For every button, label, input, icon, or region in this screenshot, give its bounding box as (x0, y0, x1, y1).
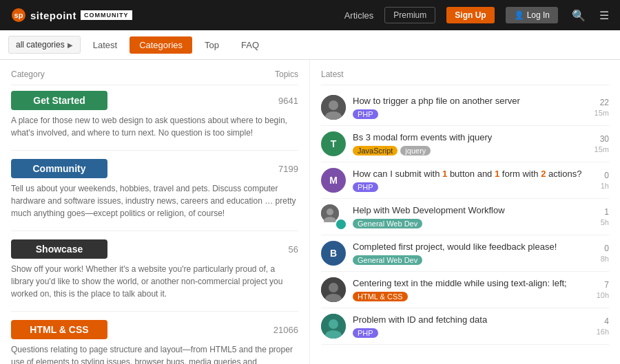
avatar: B (321, 241, 346, 266)
latest-item-tags: General Web Dev (353, 255, 594, 265)
reply-count: 4 (604, 317, 609, 326)
latest-item-content: Completed first project, would like feed… (353, 242, 594, 265)
reply-count: 22 (600, 98, 609, 107)
tab-faq[interactable]: FAQ (231, 36, 269, 54)
tag-webdev[interactable]: General Web Dev (353, 255, 422, 265)
logo: sp sitepoint COMMUNITY (11, 8, 132, 23)
list-item: Centering text in the middle while using… (321, 272, 609, 308)
list-item: T Bs 3 modal form events with jquery Jav… (321, 126, 609, 162)
signup-button[interactable]: Sign Up (446, 7, 494, 23)
tab-categories[interactable]: Categories (130, 36, 192, 54)
time-ago: 5h (601, 218, 609, 226)
logo-text: sitepoint (30, 10, 76, 21)
cat-desc-showcase: Show off your work! Whether it's a websi… (11, 263, 298, 300)
header-nav: Articles Premium Sign Up 👤 Log In 🔍 ☰ (344, 7, 609, 23)
tab-latest[interactable]: Latest (83, 36, 127, 54)
chevron-right-icon: ▶ (68, 41, 73, 49)
svg-point-8 (336, 220, 346, 229)
time-ago: 16h (597, 328, 609, 336)
time-ago: 10h (597, 291, 609, 299)
time-ago: 8h (601, 255, 609, 263)
reply-count: 30 (600, 134, 609, 144)
tag-htmlcss[interactable]: HTML & CSS (353, 292, 408, 301)
separator (11, 150, 298, 151)
list-item: Help with Web Development Workflow Gener… (321, 199, 609, 235)
latest-item-content: Bs 3 modal form events with jquery JavaS… (353, 132, 588, 156)
latest-item-title[interactable]: How can I submit with 1 button and 1 for… (353, 169, 594, 180)
svg-point-13 (329, 319, 338, 329)
cat-topics-showcase: 56 (289, 244, 298, 255)
category-get-started: Get Started 9641 A place for those new t… (11, 91, 298, 139)
tab-top[interactable]: Top (195, 36, 229, 54)
main-content: Category Topics Get Started 9641 A place… (0, 60, 620, 364)
latest-header: Latest (321, 67, 609, 85)
category-community: Community 7199 Tell us about your weeken… (11, 159, 298, 220)
user-icon: 👤 (514, 10, 524, 20)
latest-item-meta: 0 8h (601, 244, 609, 263)
svg-point-10 (329, 283, 338, 292)
latest-panel: Latest How to trigger a php file on anot… (310, 60, 620, 364)
cat-badge-html-css[interactable]: HTML & CSS (11, 320, 107, 339)
cat-desc-get-started: A place for those new to web design to a… (11, 114, 298, 139)
articles-link[interactable]: Articles (344, 10, 374, 21)
latest-item-title[interactable]: Bs 3 modal form events with jquery (353, 132, 588, 144)
latest-item-meta: 30 15m (595, 134, 609, 153)
latest-item-tags: PHP (353, 109, 588, 119)
cat-badge-get-started[interactable]: Get Started (11, 91, 107, 110)
cat-badge-community[interactable]: Community (11, 159, 107, 178)
col-topics-label: Topics (275, 69, 298, 79)
tag-php[interactable]: PHP (353, 328, 378, 338)
cat-desc-community: Tell us about your weekends, hobbies, tr… (11, 182, 298, 220)
latest-item-tags: PHP (353, 182, 594, 192)
list-item: M How can I submit with 1 button and 1 f… (321, 162, 609, 199)
avatar: T (321, 131, 346, 156)
separator (11, 311, 298, 312)
latest-item-meta: 0 1h (601, 171, 609, 190)
premium-button[interactable]: Premium (384, 7, 435, 23)
latest-item-title[interactable]: Problem with ID and fetching data (353, 314, 590, 326)
cat-badge-showcase[interactable]: Showcase (11, 239, 107, 259)
tag-jquery[interactable]: jquery (400, 146, 431, 156)
latest-item-title[interactable]: Help with Web Development Workflow (353, 205, 594, 217)
latest-item-tags: PHP (353, 328, 590, 338)
svg-text:sp: sp (14, 11, 23, 19)
latest-item-tags: JavaScript jquery (353, 146, 588, 156)
latest-item-content: Centering text in the middle while using… (353, 278, 590, 301)
tag-js[interactable]: JavaScript (353, 146, 397, 156)
time-ago: 15m (595, 109, 609, 117)
category-showcase: Showcase 56 Show off your work! Whether … (11, 239, 298, 300)
tag-php[interactable]: PHP (353, 182, 378, 192)
list-item: How to trigger a php file on another ser… (321, 89, 609, 126)
all-categories-dropdown[interactable]: all categories ▶ (8, 36, 81, 54)
tag-php[interactable]: PHP (353, 109, 378, 119)
reply-count: 7 (604, 280, 609, 290)
menu-icon[interactable]: ☰ (599, 9, 609, 22)
latest-item-meta: 4 16h (597, 317, 609, 336)
login-button[interactable]: 👤 Log In (506, 7, 558, 23)
latest-item-content: How can I submit with 1 button and 1 for… (353, 169, 594, 192)
cat-topics-get-started: 9641 (278, 96, 298, 106)
latest-item-title[interactable]: How to trigger a php file on another ser… (353, 96, 588, 107)
avatar (321, 277, 346, 302)
latest-item-tags: General Web Dev (353, 219, 594, 228)
latest-item-meta: 22 15m (595, 98, 609, 117)
svg-point-3 (329, 100, 338, 110)
all-categories-label: all categories (16, 40, 65, 50)
avatar (321, 314, 346, 339)
header: sp sitepoint COMMUNITY Articles Premium … (0, 0, 620, 30)
avatar (321, 204, 346, 229)
latest-item-meta: 7 10h (597, 280, 609, 299)
col-category-label: Category (11, 69, 45, 79)
search-icon[interactable]: 🔍 (572, 9, 586, 22)
time-ago: 15m (595, 145, 609, 153)
latest-item-title[interactable]: Centering text in the middle while using… (353, 278, 590, 290)
avatar: M (321, 168, 346, 193)
reply-count: 1 (604, 207, 609, 217)
tag-webdev[interactable]: General Web Dev (353, 219, 422, 228)
separator (11, 231, 298, 231)
latest-item-content: Help with Web Development Workflow Gener… (353, 205, 594, 228)
categories-panel: Category Topics Get Started 9641 A place… (0, 60, 310, 364)
list-item: Problem with ID and fetching data PHP 4 … (321, 308, 609, 345)
latest-item-title[interactable]: Completed first project, would like feed… (353, 242, 594, 253)
reply-count: 0 (604, 171, 609, 180)
